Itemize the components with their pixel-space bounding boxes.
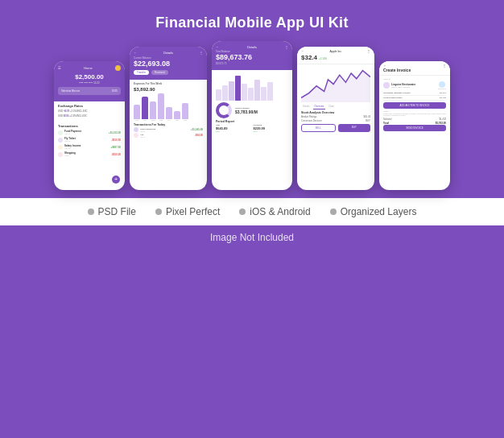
home-tx-title: Transactions xyxy=(58,124,121,128)
invoice-contact-info: Linguine Nectivwater Senior Nect Linguin… xyxy=(391,83,415,89)
invoice-item-1-total: $1,115 xyxy=(440,97,446,99)
tx-1-icon xyxy=(58,138,63,143)
details1-tab-transfer[interactable]: Transfer xyxy=(134,70,149,75)
apple-header: ← Apple Inc ⋮ $32.4 +2.14% xyxy=(297,47,374,64)
home-card-expiry: 10/25 xyxy=(111,89,118,93)
feature-pixel-label: Pixel Perfect xyxy=(166,206,220,217)
details1-body: Expenses For This Week $3,892.90 Mon Tue… xyxy=(130,80,207,141)
details2-period-title: Period Report xyxy=(216,120,288,123)
invoice-item-0: Homepage Redesign Concept $1,411 xyxy=(383,92,446,96)
apple-buy-button[interactable]: BUY xyxy=(338,124,371,132)
rate-usd-eur: USD €0.95 +2.3%/INCL.EXC xyxy=(58,114,87,118)
bar-wed: Wed xyxy=(150,101,156,122)
invoice-from-logo xyxy=(439,81,445,88)
details2-sub: $9,672.75 xyxy=(216,62,288,65)
apple-sell-button[interactable]: SELL xyxy=(301,124,336,132)
invoice-header: ← ⋮ Create Invoice xyxy=(379,61,450,76)
details2-donut-info: Monthly Budget $3,783.90/M xyxy=(235,107,258,114)
apple-row-0-val: $45.43 xyxy=(363,115,370,118)
details2-balance: $89,673.76 xyxy=(216,53,288,61)
invoice-add-button[interactable]: ADD AN ITEM TO INVOICE xyxy=(383,102,446,109)
feature-ios-label: iOS & Android xyxy=(250,206,310,217)
details2-period-rows: Year $645.89 32% Shopping $239.99 37% xyxy=(216,124,288,133)
apple-tab-details[interactable]: Details xyxy=(301,104,312,110)
d2-bar-4 xyxy=(235,76,241,101)
details1-topbar: ← Details ⋮ xyxy=(134,51,203,55)
d2-bar-9 xyxy=(267,82,273,101)
home-menu-icon: ☰ xyxy=(58,66,61,70)
home-transactions: Transactions Fund Payment Apr 14 +$1,333… xyxy=(54,122,125,161)
rate-label: USD xyxy=(58,110,64,113)
details2-more: ⋮ xyxy=(285,45,288,49)
tx-3-icon xyxy=(58,152,63,157)
tx-0-sub: Apr 14 xyxy=(64,133,107,135)
apple-tab-overview[interactable]: Overview xyxy=(313,104,326,110)
feature-psd-label: PSD File xyxy=(98,206,136,217)
feature-pixel-dot xyxy=(155,209,162,215)
details2-donut-circle xyxy=(216,102,232,118)
details1-header: ← Details ⋮ Current Balance $22,693.08 T… xyxy=(130,47,207,80)
footer: Image Not Included xyxy=(0,225,504,250)
rate-label-2: USD xyxy=(58,114,64,118)
details1-bars: Mon Tue Wed Thu Fri xyxy=(134,93,203,122)
apple-overview-title: Stock Analysis Overview xyxy=(301,111,370,114)
details2-period-0: Year $645.89 32% xyxy=(216,124,251,133)
home-fab[interactable]: + xyxy=(112,176,120,184)
bar-thu: Thu xyxy=(158,93,164,122)
details2-period-0-pct: 32% xyxy=(216,130,251,133)
rate-change: +2.5%/INCL.EXC xyxy=(70,110,88,113)
bar-mon-rect xyxy=(134,105,140,119)
invoice-contact-name: Linguine Nectivwater xyxy=(391,83,415,86)
invoice-send-button[interactable]: SEND INVOICE xyxy=(383,125,446,131)
rate-usd-inr: USD ₹0.78 +2.5%/INCL.EXC xyxy=(58,110,88,113)
apple-price-row: $32.4 +2.14% xyxy=(301,54,370,61)
invoice-item-0-name: Homepage Redesign Concept xyxy=(383,92,411,94)
invoice-contact-avatar xyxy=(383,82,390,89)
details1-tab-received[interactable]: Received xyxy=(151,70,168,75)
details1-tabs: Transfer Received xyxy=(134,70,203,75)
bar-tue: Tue xyxy=(142,97,148,122)
details1-tx-0-amt: +$1,045.89 xyxy=(191,128,203,131)
tx-0-info: Fund Payment Apr 14 xyxy=(64,130,107,135)
details1-tx-0: Miles Peppermint Apr 14 +$1,045.89 xyxy=(134,127,203,132)
tx-3-sub: Apr 8 xyxy=(64,155,109,157)
invoice-title: Create Invoice xyxy=(383,68,446,72)
feature-pixel: Pixel Perfect xyxy=(155,206,220,217)
invoice-body: Send To Linguine Nectivwater Senior Nect… xyxy=(379,76,450,134)
home-rates-2: USD €0.95 +2.3%/INCL.EXC xyxy=(58,114,121,118)
invoice-contact-row: Linguine Nectivwater Senior Nect Linguin… xyxy=(383,81,446,90)
feature-layers-label: Organized Layers xyxy=(341,206,417,217)
phone-home: ☰ Home $2,500.00 •••• •••• •••• 1122 Val… xyxy=(54,61,125,190)
details2-period-1-pct: 37% xyxy=(254,130,289,133)
feature-layers-dot xyxy=(330,209,337,215)
tx-3-amt: -$350.00 xyxy=(111,153,121,156)
tx-1-sub: Apr 12 xyxy=(64,140,109,143)
invoice-total-val: $3,783.00 xyxy=(436,122,446,125)
details2-header: ← Details ⋮ Total Balance $89,673.76 $9,… xyxy=(212,41,292,70)
tx-2-amt: +$887.90 xyxy=(110,146,121,149)
apple-company: Apple Inc xyxy=(329,50,341,53)
details2-donut: Monthly Budget $3,783.90/M xyxy=(216,102,288,118)
home-exchange-title: Exchange Rates xyxy=(58,104,121,108)
details2-body: Monthly Budget $3,783.90/M Period Report… xyxy=(212,70,292,135)
apple-body: Details Overview Chart Stock Analysis Ov… xyxy=(297,64,374,134)
bar-thu-rect xyxy=(158,93,164,119)
apple-topbar: ← Apple Inc ⋮ xyxy=(301,50,370,53)
invoice-contact-sub: Senior Nect Linguine xyxy=(391,86,415,89)
apple-tab-chart[interactable]: Chart xyxy=(327,104,336,110)
invoice-notes-text: Notes here. Noteous is usually a 3 liner… xyxy=(383,113,446,116)
apple-row-0-label: Analyst Ratings xyxy=(301,115,316,118)
details1-tx-1-amt: -$94.00 xyxy=(195,134,203,137)
home-exchange: Exchange Rates USD ₹0.78 +2.5%/INCL.EXC … xyxy=(54,101,125,122)
invoice-subtotal-val: $1,432 xyxy=(439,118,446,121)
invoice-from: Dropbox xyxy=(439,81,446,90)
bar-tue-lbl: Tue xyxy=(143,119,147,122)
bar-fri-rect xyxy=(166,107,172,119)
details1-expenses-label: Expenses For This Week xyxy=(134,82,203,85)
phone-invoice: ← ⋮ Create Invoice Send To Linguine Nect… xyxy=(379,61,450,190)
bar-thu-lbl: Thu xyxy=(159,119,163,122)
tx-0-amt: +$1,333.00 xyxy=(109,131,121,134)
invoice-total-label: Total xyxy=(383,122,389,125)
tx-0-icon xyxy=(58,130,63,135)
home-balance: $2,500.00 xyxy=(58,73,121,81)
